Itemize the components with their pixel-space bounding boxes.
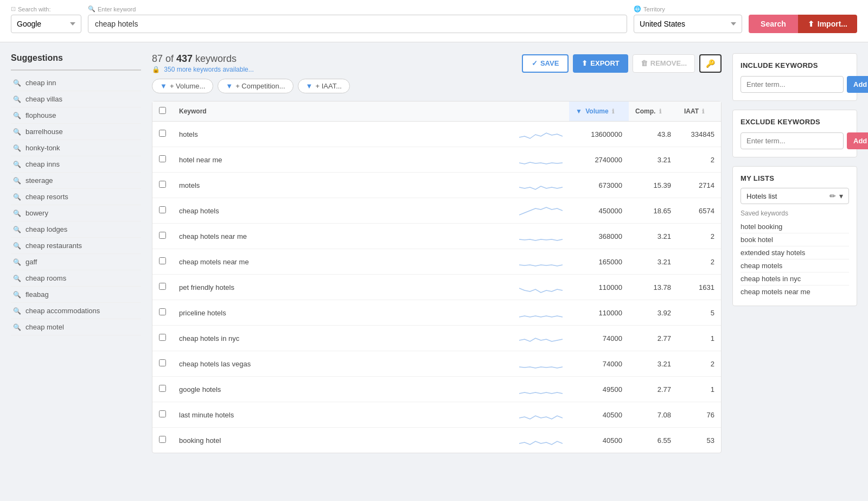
- header-keyword[interactable]: Keyword: [173, 102, 513, 122]
- suggestion-item[interactable]: 🔍cheap rooms: [11, 270, 141, 287]
- comp-cell: 6.55: [629, 428, 678, 453]
- key-button[interactable]: 🔑: [699, 54, 722, 73]
- filter-competition-button[interactable]: ▼ + Competition...: [218, 79, 293, 93]
- table-header: Keyword ▼ Volume ℹ Comp. ℹ IAAT: [152, 102, 721, 122]
- table-row: cheap hotels near me 368000 3.21 2: [152, 224, 721, 249]
- suggestion-item[interactable]: 🔍cheap motel: [11, 319, 141, 335]
- suggestion-item[interactable]: 🔍cheap villas: [11, 91, 141, 107]
- table-row: hotels 13600000 43.8 334845: [152, 122, 721, 147]
- edit-icon[interactable]: ✏: [829, 192, 836, 200]
- suggestion-search-icon: 🔍: [13, 177, 21, 185]
- include-keyword-input[interactable]: [741, 76, 844, 93]
- volume-cell: 110000: [569, 275, 629, 300]
- row-checkbox[interactable]: [159, 308, 166, 315]
- row-checkbox[interactable]: [159, 257, 166, 264]
- table-body: hotels 13600000 43.8 334845 hotel near m…: [152, 122, 721, 453]
- table-row: booking hotel 40500 6.55 53: [152, 428, 721, 453]
- suggestion-search-icon: 🔍: [13, 275, 21, 282]
- sparkline-svg: [519, 152, 563, 167]
- volume-cell: 450000: [569, 198, 629, 224]
- header-comp[interactable]: Comp. ℹ: [629, 102, 678, 122]
- chevron-down-icon[interactable]: ▾: [839, 192, 843, 200]
- keyword-input-wrapper: 🔍 Enter keyword: [88, 5, 627, 33]
- sparkline-cell: [513, 249, 569, 275]
- row-checkbox-cell: [152, 122, 173, 147]
- suggestion-item[interactable]: 🔍cheap inns: [11, 156, 141, 173]
- comp-cell: 3.21: [629, 224, 678, 249]
- row-checkbox[interactable]: [159, 232, 166, 239]
- row-checkbox[interactable]: [159, 283, 166, 290]
- list-selector[interactable]: Hotels list ✏ ▾: [741, 188, 849, 204]
- row-checkbox[interactable]: [159, 130, 166, 137]
- suggestion-item[interactable]: 🔍cheap inn: [11, 75, 141, 91]
- keyword-input[interactable]: [88, 15, 627, 33]
- territory-select[interactable]: United States United Kingdom Canada: [634, 15, 742, 33]
- list-selector-actions: ✏ ▾: [829, 192, 843, 200]
- remove-button[interactable]: 🗑 REMOVE...: [633, 54, 695, 73]
- keywords-header: 87 of 437 keywords 🔒 350 more keywords a…: [152, 53, 722, 73]
- suggestion-item[interactable]: 🔍honky-tonk: [11, 140, 141, 156]
- export-button[interactable]: ⬆ EXPORT: [573, 54, 628, 73]
- suggestion-search-icon: 🔍: [13, 193, 21, 201]
- table-row: pet friendly hotels 110000 13.78 1631: [152, 275, 721, 300]
- suggestion-item[interactable]: 🔍bowery: [11, 205, 141, 221]
- volume-cell: 2740000: [569, 147, 629, 173]
- search-engine-select[interactable]: Google Bing: [11, 15, 81, 33]
- save-button[interactable]: ✓ SAVE: [522, 54, 569, 73]
- suggestion-item[interactable]: 🔍cheap resorts: [11, 189, 141, 205]
- row-checkbox[interactable]: [159, 385, 166, 392]
- suggestion-item[interactable]: 🔍gaff: [11, 254, 141, 270]
- volume-cell: 673000: [569, 173, 629, 198]
- suggestion-item[interactable]: 🔍cheap accommodations: [11, 303, 141, 319]
- filter-icon-3: ▼: [306, 82, 313, 90]
- row-checkbox[interactable]: [159, 359, 166, 366]
- include-add-button[interactable]: Add: [847, 76, 868, 93]
- right-panel: INCLUDE KEYWORDS Add EXCLUDE KEYWORDS Ad…: [732, 53, 857, 478]
- suggestion-search-icon: 🔍: [13, 324, 21, 331]
- row-checkbox-cell: [152, 275, 173, 300]
- iaat-cell: 1631: [678, 275, 721, 300]
- row-checkbox-cell: [152, 326, 173, 351]
- sparkline-svg: [519, 305, 563, 320]
- table-row: hotel near me 2740000 3.21 2: [152, 147, 721, 173]
- sparkline-cell: [513, 198, 569, 224]
- sparkline-cell: [513, 122, 569, 147]
- volume-cell: 368000: [569, 224, 629, 249]
- suggestion-item[interactable]: 🔍cheap lodges: [11, 221, 141, 238]
- more-keywords-link[interactable]: 350 more keywords available...: [164, 66, 253, 73]
- saved-keywords-label: Saved keywords: [741, 210, 849, 217]
- row-checkbox[interactable]: [159, 206, 166, 213]
- export-icon: ⬆: [582, 59, 588, 67]
- row-checkbox[interactable]: [159, 181, 166, 188]
- exclude-keyword-input[interactable]: [741, 132, 844, 149]
- row-checkbox[interactable]: [159, 155, 166, 162]
- suggestion-item[interactable]: 🔍barrelhouse: [11, 124, 141, 140]
- header-volume[interactable]: ▼ Volume ℹ: [569, 102, 629, 122]
- search-button[interactable]: Search: [749, 15, 798, 33]
- sparkline-cell: [513, 402, 569, 428]
- row-checkbox[interactable]: [159, 410, 166, 417]
- iaat-cell: 2: [678, 351, 721, 377]
- row-checkbox[interactable]: [159, 436, 166, 443]
- suggestion-item[interactable]: 🔍flophouse: [11, 107, 141, 124]
- row-checkbox-cell: [152, 377, 173, 402]
- exclude-add-button[interactable]: Add: [847, 132, 868, 149]
- row-checkbox[interactable]: [159, 334, 166, 341]
- row-checkbox-cell: [152, 402, 173, 428]
- suggestion-search-icon: 🔍: [13, 226, 21, 233]
- import-button[interactable]: ⬆ Import...: [798, 15, 857, 33]
- keyword-label-icon: 🔍: [88, 5, 95, 12]
- sparkline-svg: [519, 407, 563, 422]
- sparkline-svg: [519, 229, 563, 244]
- row-checkbox-cell: [152, 428, 173, 453]
- suggestion-item[interactable]: 🔍steerage: [11, 173, 141, 189]
- header-iaat[interactable]: IAAT ℹ: [678, 102, 721, 122]
- suggestion-search-icon: 🔍: [13, 79, 21, 87]
- select-all-checkbox[interactable]: [159, 107, 166, 114]
- my-lists-section: MY LISTS Hotels list ✏ ▾ Saved keywords …: [732, 166, 857, 306]
- filter-iaat-button[interactable]: ▼ + IAAT...: [298, 79, 350, 93]
- include-keywords-title: INCLUDE KEYWORDS: [741, 61, 849, 69]
- filter-volume-button[interactable]: ▼ + Volume...: [152, 79, 213, 93]
- suggestion-item[interactable]: 🔍fleabag: [11, 287, 141, 303]
- suggestion-item[interactable]: 🔍cheap restaurants: [11, 238, 141, 254]
